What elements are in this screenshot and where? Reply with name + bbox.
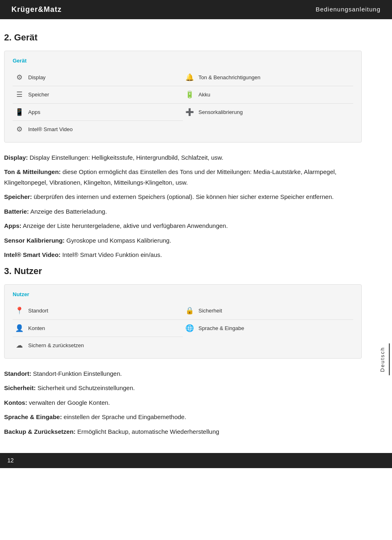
desc-sicherheit-bold: Sicherheit: bbox=[4, 384, 36, 391]
sensor-icon: ➕ bbox=[185, 107, 194, 118]
list-item: 📱 Apps bbox=[13, 104, 183, 121]
desc-intel: Intel® Smart Video: Intel® Smart Video F… bbox=[4, 250, 362, 260]
speicher-icon: ☰ bbox=[14, 89, 24, 100]
header-title: Bedienungsanleitung bbox=[316, 5, 381, 14]
desc-display-text: Display Einstellungen: Helligkeitsstufe,… bbox=[28, 154, 223, 161]
section1-heading: 2. Gerät bbox=[4, 31, 362, 44]
ton-label: Ton & Benachrichtigungen bbox=[198, 74, 261, 82]
logo: Krüger&Matz bbox=[11, 4, 62, 15]
akku-label: Akku bbox=[198, 91, 210, 99]
desc-speicher: Speicher: überprüfen des internen und ex… bbox=[4, 192, 362, 202]
desc-kontos-bold: Kontos: bbox=[4, 399, 27, 406]
list-item: ➕ Sensorkalibrierung bbox=[183, 104, 353, 121]
list-item: 🔋 Akku bbox=[183, 86, 353, 104]
desc-speicher-bold: Speicher: bbox=[4, 193, 32, 200]
desc-backup: Backup & Zurücksetzen: Ermöglicht Backup… bbox=[4, 426, 362, 437]
desc-sprache-bold: Sprache & Eingabe: bbox=[4, 413, 62, 420]
desc-sensor-text: Gyroskope und Kompass Kalibrierung. bbox=[65, 237, 171, 244]
main-content: 2. Gerät Gerät ⚙ Display ☰ Speicher 📱 bbox=[0, 19, 376, 449]
list-item: 📍 Standort bbox=[13, 302, 183, 320]
standort-label: Standort bbox=[28, 307, 48, 315]
gerat-card-title: Gerät bbox=[13, 57, 353, 65]
desc-standort-text: Standort-Funktion Einstellungen. bbox=[31, 370, 122, 377]
intel-label: Intel® Smart Video bbox=[28, 125, 73, 134]
sprache-icon: 🌐 bbox=[185, 323, 194, 334]
desc-backup-bold: Backup & Zurücksetzen: bbox=[4, 428, 76, 435]
desc-intel-bold: Intel® Smart Video: bbox=[4, 251, 60, 258]
nutzer-card-title: Nutzer bbox=[13, 290, 353, 299]
nutzer-card: Nutzer 📍 Standort 👤 Konten bbox=[4, 284, 362, 359]
desc-batterie-text: Anzeige des Batterieladung. bbox=[29, 208, 107, 215]
desc-standort: Standort: Standort-Funktion Einstellunge… bbox=[4, 368, 362, 379]
list-item: 🔒 Sicherheit bbox=[183, 302, 353, 320]
desc-batterie: Batterie: Anzeige des Batterieladung. bbox=[4, 206, 362, 217]
nutzer-card-grid: 📍 Standort 👤 Konten ☁ Sichern & zurückse… bbox=[13, 302, 353, 354]
standort-icon: 📍 bbox=[14, 306, 24, 316]
desc-apps: Apps: Anzeige der Liste heruntergeladene… bbox=[4, 221, 362, 231]
desc-sprache-text: einstellen der Sprache und Eingabemethod… bbox=[62, 413, 186, 420]
language-sidebar: Deutsch bbox=[376, 19, 392, 449]
list-item: ☰ Speicher bbox=[13, 86, 183, 104]
intel-icon: ⚙ bbox=[14, 124, 24, 135]
desc-apps-text: Anzeige der Liste heruntergeladene, akti… bbox=[22, 222, 228, 229]
gerat-card: Gerät ⚙ Display ☰ Speicher 📱 Apps bbox=[4, 51, 362, 143]
gerat-right-col: 🔔 Ton & Benachrichtigungen 🔋 Akku ➕ Sens… bbox=[183, 69, 353, 138]
sicherheit-label: Sicherheit bbox=[198, 307, 222, 315]
desc-sicherheit-text: Sicherheit und Schutzeinstellungen. bbox=[36, 384, 135, 391]
ton-icon: 🔔 bbox=[185, 72, 194, 83]
sensor-label: Sensorkalibrierung bbox=[198, 108, 243, 116]
desc-apps-bold: Apps: bbox=[4, 222, 22, 229]
sichern-label: Sichern & zurücksetzen bbox=[28, 341, 84, 350]
sprache-label: Sprache & Eingabe bbox=[198, 324, 244, 332]
sicherheit-icon: 🔒 bbox=[185, 306, 194, 316]
nutzer-left-col: 📍 Standort 👤 Konten ☁ Sichern & zurückse… bbox=[13, 302, 183, 354]
list-item: ☁ Sichern & zurücksetzen bbox=[13, 337, 183, 354]
section2-heading: 3. Nutzer bbox=[4, 264, 362, 278]
sichern-icon: ☁ bbox=[14, 340, 24, 351]
page-number: 12 bbox=[7, 457, 14, 464]
desc-batterie-bold: Batterie: bbox=[4, 208, 29, 215]
konten-icon: 👤 bbox=[14, 323, 24, 334]
desc-sensor-bold: Sensor Kalibrierung: bbox=[4, 237, 65, 244]
desc-intel-text: Intel® Smart Video Funktion ein/aus. bbox=[60, 251, 162, 258]
display-icon: ⚙ bbox=[14, 72, 24, 83]
list-item: 👤 Konten bbox=[13, 320, 183, 337]
desc-display-bold: Display: bbox=[4, 154, 28, 161]
desc-speicher-text: überprüfen des internen und externen Spe… bbox=[32, 193, 334, 200]
page-footer: 12 bbox=[0, 453, 392, 468]
konten-label: Konten bbox=[28, 324, 45, 332]
akku-icon: 🔋 bbox=[185, 89, 194, 100]
desc-ton-bold: Ton & Mitteilungen: bbox=[4, 168, 61, 175]
nutzer-right-col: 🔒 Sicherheit 🌐 Sprache & Eingabe bbox=[183, 302, 353, 354]
desc-sicherheit: Sicherheit: Sicherheit und Schutzeinstel… bbox=[4, 383, 362, 393]
desc-kontos-text: verwalten der Google Konten. bbox=[27, 399, 110, 406]
header: Krüger&Matz Bedienungsanleitung bbox=[0, 0, 392, 19]
language-label: Deutsch bbox=[379, 344, 390, 375]
desc-display: Display: Display Einstellungen: Helligke… bbox=[4, 152, 362, 163]
gerat-card-grid: ⚙ Display ☰ Speicher 📱 Apps ⚙ Intel® Sma… bbox=[13, 69, 353, 138]
desc-sprache: Sprache & Eingabe: einstellen der Sprach… bbox=[4, 412, 362, 422]
gerat-left-col: ⚙ Display ☰ Speicher 📱 Apps ⚙ Intel® Sma… bbox=[13, 69, 183, 138]
desc-kontos: Kontos: verwalten der Google Konten. bbox=[4, 397, 362, 408]
list-item: 🔔 Ton & Benachrichtigungen bbox=[183, 69, 353, 87]
apps-icon: 📱 bbox=[14, 107, 24, 118]
display-label: Display bbox=[28, 74, 46, 82]
list-item: ⚙ Intel® Smart Video bbox=[13, 121, 183, 138]
apps-label: Apps bbox=[28, 108, 40, 116]
desc-backup-text: Ermöglicht Backup, automatische Wiederhe… bbox=[76, 428, 219, 435]
list-item: 🌐 Sprache & Eingabe bbox=[183, 320, 353, 337]
desc-standort-bold: Standort: bbox=[4, 370, 31, 377]
desc-sensor: Sensor Kalibrierung: Gyroskope und Kompa… bbox=[4, 235, 362, 246]
speicher-label: Speicher bbox=[28, 91, 49, 99]
list-item: ⚙ Display bbox=[13, 69, 183, 87]
desc-ton: Ton & Mitteilungen: diese Option ermögli… bbox=[4, 167, 362, 187]
